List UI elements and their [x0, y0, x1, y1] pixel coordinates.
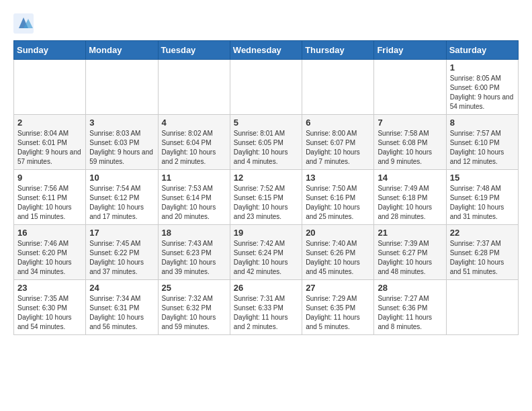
- day-number: 28: [378, 283, 442, 293]
- day-info-text: Sunrise: 7:58 AMSunset: 6:08 PMDaylight:…: [378, 129, 442, 167]
- day-number: 9: [17, 173, 82, 183]
- day-number: 20: [306, 228, 370, 238]
- calendar-week-row: 23Sunrise: 7:35 AMSunset: 6:30 PMDayligh…: [14, 280, 519, 335]
- day-number: 1: [450, 62, 515, 73]
- day-info-text: Sunrise: 7:34 AMSunset: 6:31 PMDaylight:…: [89, 294, 154, 332]
- day-info-text: Sunrise: 8:02 AMSunset: 6:04 PMDaylight:…: [162, 129, 226, 167]
- calendar-day-cell: 14Sunrise: 7:49 AMSunset: 6:18 PMDayligh…: [374, 170, 446, 225]
- day-info-text: Sunrise: 7:43 AMSunset: 6:23 PMDaylight:…: [162, 239, 226, 277]
- day-info-text: Sunrise: 8:04 AMSunset: 6:01 PMDaylight:…: [17, 129, 82, 167]
- calendar-day-cell: 24Sunrise: 7:34 AMSunset: 6:31 PMDayligh…: [86, 280, 158, 335]
- day-number: 5: [234, 118, 298, 128]
- calendar-day-cell: 3Sunrise: 8:03 AMSunset: 6:03 PMDaylight…: [86, 115, 158, 170]
- calendar-table: SundayMondayTuesdayWednesdayThursdayFrid…: [13, 40, 519, 335]
- calendar-day-cell: 18Sunrise: 7:43 AMSunset: 6:23 PMDayligh…: [158, 225, 230, 280]
- day-info-text: Sunrise: 8:00 AMSunset: 6:07 PMDaylight:…: [306, 129, 370, 167]
- day-of-week-header: Thursday: [302, 41, 374, 60]
- calendar-day-cell: 10Sunrise: 7:54 AMSunset: 6:12 PMDayligh…: [86, 170, 158, 225]
- day-number: 6: [306, 118, 370, 128]
- calendar-day-cell: 20Sunrise: 7:40 AMSunset: 6:26 PMDayligh…: [302, 225, 374, 280]
- calendar-day-cell: 21Sunrise: 7:39 AMSunset: 6:27 PMDayligh…: [374, 225, 446, 280]
- logo-icon: [13, 13, 34, 34]
- calendar-week-row: 16Sunrise: 7:46 AMSunset: 6:20 PMDayligh…: [14, 225, 519, 280]
- day-info-text: Sunrise: 7:37 AMSunset: 6:28 PMDaylight:…: [450, 239, 515, 277]
- day-number: 18: [162, 228, 226, 238]
- calendar-day-cell: 22Sunrise: 7:37 AMSunset: 6:28 PMDayligh…: [446, 225, 518, 280]
- day-info-text: Sunrise: 7:54 AMSunset: 6:12 PMDaylight:…: [89, 184, 154, 222]
- calendar-day-cell: 13Sunrise: 7:50 AMSunset: 6:16 PMDayligh…: [302, 170, 374, 225]
- calendar-day-cell: 12Sunrise: 7:52 AMSunset: 6:15 PMDayligh…: [230, 170, 302, 225]
- calendar-day-cell: [374, 60, 446, 115]
- day-info-text: Sunrise: 8:05 AMSunset: 6:00 PMDaylight:…: [450, 74, 515, 111]
- day-number: 2: [17, 118, 82, 128]
- day-info-text: Sunrise: 7:42 AMSunset: 6:24 PMDaylight:…: [234, 239, 298, 277]
- day-info-text: Sunrise: 7:56 AMSunset: 6:11 PMDaylight:…: [17, 184, 82, 222]
- calendar-day-cell: 25Sunrise: 7:32 AMSunset: 6:32 PMDayligh…: [158, 280, 230, 335]
- day-number: 17: [89, 228, 154, 238]
- day-number: 10: [89, 173, 154, 183]
- calendar-day-cell: [302, 60, 374, 115]
- logo: [13, 13, 36, 34]
- day-number: 22: [450, 228, 515, 238]
- calendar-day-cell: [14, 60, 86, 115]
- day-info-text: Sunrise: 7:35 AMSunset: 6:30 PMDaylight:…: [17, 294, 82, 332]
- calendar-day-cell: [446, 280, 518, 335]
- calendar-day-cell: 6Sunrise: 8:00 AMSunset: 6:07 PMDaylight…: [302, 115, 374, 170]
- day-number: 11: [162, 173, 226, 183]
- day-number: 23: [17, 283, 82, 293]
- day-info-text: Sunrise: 7:32 AMSunset: 6:32 PMDaylight:…: [162, 294, 226, 332]
- calendar-week-row: 2Sunrise: 8:04 AMSunset: 6:01 PMDaylight…: [14, 115, 519, 170]
- day-info-text: Sunrise: 7:52 AMSunset: 6:15 PMDaylight:…: [234, 184, 298, 222]
- day-info-text: Sunrise: 7:50 AMSunset: 6:16 PMDaylight:…: [306, 184, 370, 222]
- page-header: [13, 13, 519, 34]
- calendar-day-cell: 2Sunrise: 8:04 AMSunset: 6:01 PMDaylight…: [14, 115, 86, 170]
- day-number: 14: [378, 173, 442, 183]
- calendar-day-cell: 11Sunrise: 7:53 AMSunset: 6:14 PMDayligh…: [158, 170, 230, 225]
- day-of-week-header: Tuesday: [158, 41, 230, 60]
- calendar-day-cell: 9Sunrise: 7:56 AMSunset: 6:11 PMDaylight…: [14, 170, 86, 225]
- day-number: 21: [378, 228, 442, 238]
- calendar-week-row: 1Sunrise: 8:05 AMSunset: 6:00 PMDaylight…: [14, 60, 519, 115]
- day-of-week-header: Sunday: [14, 41, 86, 60]
- calendar-day-cell: 28Sunrise: 7:27 AMSunset: 6:36 PMDayligh…: [374, 280, 446, 335]
- day-number: 13: [306, 173, 370, 183]
- calendar-day-cell: 23Sunrise: 7:35 AMSunset: 6:30 PMDayligh…: [14, 280, 86, 335]
- day-of-week-header: Friday: [374, 41, 446, 60]
- day-number: 19: [234, 228, 298, 238]
- day-info-text: Sunrise: 7:27 AMSunset: 6:36 PMDaylight:…: [378, 294, 442, 332]
- day-number: 12: [234, 173, 298, 183]
- day-number: 3: [89, 118, 154, 128]
- calendar-day-cell: 8Sunrise: 7:57 AMSunset: 6:10 PMDaylight…: [446, 115, 518, 170]
- calendar-day-cell: 17Sunrise: 7:45 AMSunset: 6:22 PMDayligh…: [86, 225, 158, 280]
- calendar-day-cell: [86, 60, 158, 115]
- day-info-text: Sunrise: 7:39 AMSunset: 6:27 PMDaylight:…: [378, 239, 442, 277]
- calendar-day-cell: 27Sunrise: 7:29 AMSunset: 6:35 PMDayligh…: [302, 280, 374, 335]
- day-number: 26: [234, 283, 298, 293]
- day-info-text: Sunrise: 7:49 AMSunset: 6:18 PMDaylight:…: [378, 184, 442, 222]
- calendar-day-cell: 19Sunrise: 7:42 AMSunset: 6:24 PMDayligh…: [230, 225, 302, 280]
- calendar-day-cell: 26Sunrise: 7:31 AMSunset: 6:33 PMDayligh…: [230, 280, 302, 335]
- day-number: 25: [162, 283, 226, 293]
- day-info-text: Sunrise: 7:29 AMSunset: 6:35 PMDaylight:…: [306, 294, 370, 332]
- calendar-day-cell: 7Sunrise: 7:58 AMSunset: 6:08 PMDaylight…: [374, 115, 446, 170]
- day-info-text: Sunrise: 8:03 AMSunset: 6:03 PMDaylight:…: [89, 129, 154, 167]
- calendar-day-cell: [230, 60, 302, 115]
- day-number: 4: [162, 118, 226, 128]
- calendar-week-row: 9Sunrise: 7:56 AMSunset: 6:11 PMDaylight…: [14, 170, 519, 225]
- day-number: 27: [306, 283, 370, 293]
- day-of-week-header: Wednesday: [230, 41, 302, 60]
- day-info-text: Sunrise: 7:45 AMSunset: 6:22 PMDaylight:…: [89, 239, 154, 277]
- day-number: 15: [450, 173, 515, 183]
- calendar-day-cell: 15Sunrise: 7:48 AMSunset: 6:19 PMDayligh…: [446, 170, 518, 225]
- calendar-day-cell: [158, 60, 230, 115]
- day-number: 7: [378, 118, 442, 128]
- day-info-text: Sunrise: 7:48 AMSunset: 6:19 PMDaylight:…: [450, 184, 515, 222]
- calendar-day-cell: 4Sunrise: 8:02 AMSunset: 6:04 PMDaylight…: [158, 115, 230, 170]
- day-info-text: Sunrise: 7:46 AMSunset: 6:20 PMDaylight:…: [17, 239, 82, 277]
- day-info-text: Sunrise: 7:57 AMSunset: 6:10 PMDaylight:…: [450, 129, 515, 167]
- calendar-header-row: SundayMondayTuesdayWednesdayThursdayFrid…: [14, 41, 519, 60]
- calendar-day-cell: 1Sunrise: 8:05 AMSunset: 6:00 PMDaylight…: [446, 60, 518, 115]
- day-info-text: Sunrise: 7:40 AMSunset: 6:26 PMDaylight:…: [306, 239, 370, 277]
- calendar-day-cell: 5Sunrise: 8:01 AMSunset: 6:05 PMDaylight…: [230, 115, 302, 170]
- day-number: 24: [89, 283, 154, 293]
